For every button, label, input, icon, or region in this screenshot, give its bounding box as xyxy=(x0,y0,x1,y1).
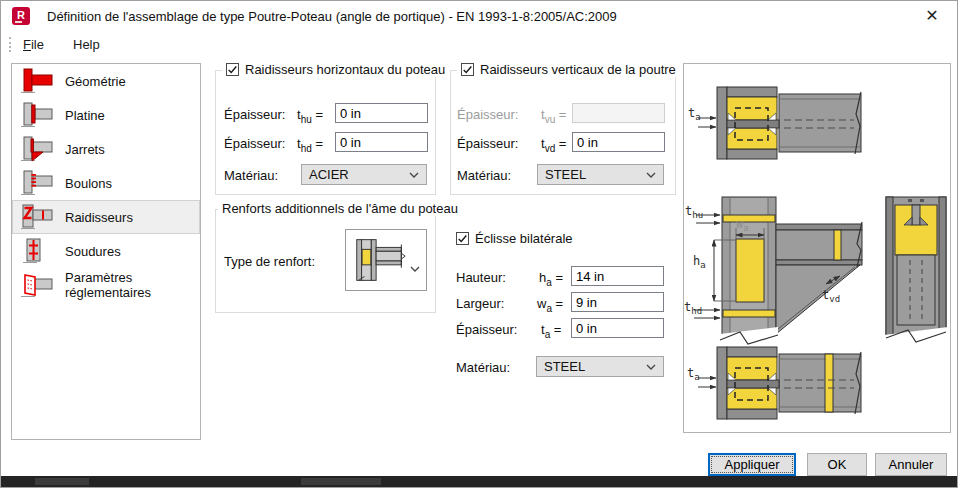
sidebar-item-soudures[interactable]: Soudures xyxy=(12,234,200,268)
checkmark-icon xyxy=(227,64,238,75)
end-plate-icon xyxy=(18,101,56,129)
diagram-label-tvd: tvd xyxy=(822,288,840,304)
thu-input[interactable] xyxy=(335,103,428,123)
menubar: File Help xyxy=(1,31,957,58)
material-label: Matériau: xyxy=(457,168,511,183)
group-vertical-stiffeners: Raidisseurs verticaux de la poutre Épais… xyxy=(450,70,676,195)
cancel-button[interactable]: Annuler xyxy=(875,453,947,476)
chevron-down-icon xyxy=(410,266,420,272)
thd-input[interactable] xyxy=(335,132,428,152)
tvu-symbol: tvu = xyxy=(541,107,566,125)
checkmark-icon xyxy=(462,64,473,75)
stiffeners-icon xyxy=(18,203,56,231)
thd-symbol: thd = xyxy=(297,136,323,154)
group-web-reinforcement: Renforts additionnels de l'âme du poteau… xyxy=(215,209,436,313)
diagram-label-thd: thd xyxy=(684,300,702,316)
ha-symbol: ha = xyxy=(539,270,563,288)
menu-item-help[interactable]: Help xyxy=(67,31,106,58)
apply-button[interactable]: Appliquer xyxy=(708,453,796,476)
sidebar-item-label: Boulons xyxy=(65,176,112,191)
thu-label: Épaisseur: xyxy=(224,107,285,122)
reinforcement-preview-icon xyxy=(349,235,411,285)
diagram-label-ha: ha xyxy=(693,254,706,270)
horizontal-stiffeners-checkbox[interactable] xyxy=(226,63,239,76)
tvu-label: Épaisseur: xyxy=(457,107,518,122)
diagram-label-ta-bottom: ta xyxy=(687,366,700,382)
vertical-stiffeners-checkbox[interactable] xyxy=(461,63,474,76)
eclisse-header: Éclisse bilatérale xyxy=(456,231,573,246)
ta-symbol: ta = xyxy=(541,322,561,340)
tvu-input xyxy=(572,103,665,123)
group-title: Raidisseurs horizontaux du poteau xyxy=(245,62,445,77)
tvd-label: Épaisseur: xyxy=(457,136,518,151)
checkmark-icon xyxy=(457,233,468,244)
connection-definition-dialog: R Définition de l'assemblage de type Pou… xyxy=(0,0,958,488)
material-select-steel[interactable]: STEEL xyxy=(537,164,664,185)
sidebar-item-parametres[interactable]: Paramètres réglementaires xyxy=(12,268,200,302)
group-horizontal-stiffeners: Raidisseurs horizontaux du poteau Épaiss… xyxy=(215,70,436,195)
diagram-panel: ta thu wa ha thd tvd ta xyxy=(683,63,951,433)
titlebar: R Définition de l'assemblage de type Pou… xyxy=(1,1,957,31)
welds-icon xyxy=(18,237,56,265)
eclisse-title: Éclisse bilatérale xyxy=(475,231,573,246)
thu-symbol: thu = xyxy=(297,107,323,125)
sidebar-item-label: Platine xyxy=(65,108,105,123)
sidebar-item-label: Raidisseurs xyxy=(65,210,133,225)
material-select-acier[interactable]: ACIER xyxy=(301,164,427,185)
sidebar-item-boulons[interactable]: Boulons xyxy=(12,166,200,200)
geometry-icon xyxy=(18,67,56,95)
group-title: Renforts additionnels de l'âme du poteau xyxy=(222,201,458,216)
menu-item-file[interactable]: File xyxy=(17,31,50,58)
sidebar-item-label: Soudures xyxy=(65,244,121,259)
bolts-icon xyxy=(18,169,56,197)
reinforcement-type-label: Type de renfort: xyxy=(224,254,315,269)
ha-input[interactable] xyxy=(571,266,664,286)
haunch-icon xyxy=(18,135,56,163)
sidebar-item-label: Jarrets xyxy=(65,142,105,157)
reinforcement-type-select[interactable] xyxy=(345,229,427,291)
robot-app-icon: R xyxy=(12,7,30,25)
chevron-down-icon xyxy=(646,172,656,178)
ta-input[interactable] xyxy=(571,318,664,338)
thd-label: Épaisseur: xyxy=(224,136,285,151)
material-label: Matériau: xyxy=(224,168,278,183)
tvd-symbol: tvd = xyxy=(541,136,566,154)
ok-button[interactable]: OK xyxy=(807,453,867,476)
chevron-down-icon xyxy=(646,364,656,370)
window-title: Définition de l'assemblage de type Poutr… xyxy=(47,1,617,31)
sidebar: Géométrie Platine Jarrets xyxy=(11,63,201,440)
sidebar-item-geometrie[interactable]: Géométrie xyxy=(12,64,200,98)
eclisse-material-label: Matériau: xyxy=(456,360,510,375)
connection-diagram xyxy=(684,64,950,432)
sidebar-item-label: Paramètres réglementaires xyxy=(65,270,199,300)
eclisse-material-select[interactable]: STEEL xyxy=(536,356,664,377)
diagram-label-thu: thu xyxy=(685,204,703,220)
wa-symbol: wa = xyxy=(537,296,563,314)
diagram-label-wa: wa xyxy=(736,217,749,233)
diagram-label-ta-top: ta xyxy=(688,106,701,122)
ta-label: Épaisseur: xyxy=(456,322,517,337)
sidebar-item-platine[interactable]: Platine xyxy=(12,98,200,132)
toolbar-grip xyxy=(9,37,11,52)
sidebar-item-raidisseurs[interactable]: Raidisseurs xyxy=(12,200,200,234)
chevron-down-icon xyxy=(409,172,419,178)
close-button[interactable]: ✕ xyxy=(913,2,951,30)
ha-label: Hauteur: xyxy=(456,270,506,285)
group-title: Raidisseurs verticaux de la poutre xyxy=(480,62,676,77)
code-parameters-icon xyxy=(18,271,56,299)
wa-input[interactable] xyxy=(571,292,664,312)
taskbar-strip xyxy=(1,476,957,487)
sidebar-item-jarrets[interactable]: Jarrets xyxy=(12,132,200,166)
wa-label: Largeur: xyxy=(456,296,504,311)
tvd-input[interactable] xyxy=(572,132,665,152)
eclisse-checkbox[interactable] xyxy=(456,232,469,245)
sidebar-item-label: Géométrie xyxy=(65,74,126,89)
